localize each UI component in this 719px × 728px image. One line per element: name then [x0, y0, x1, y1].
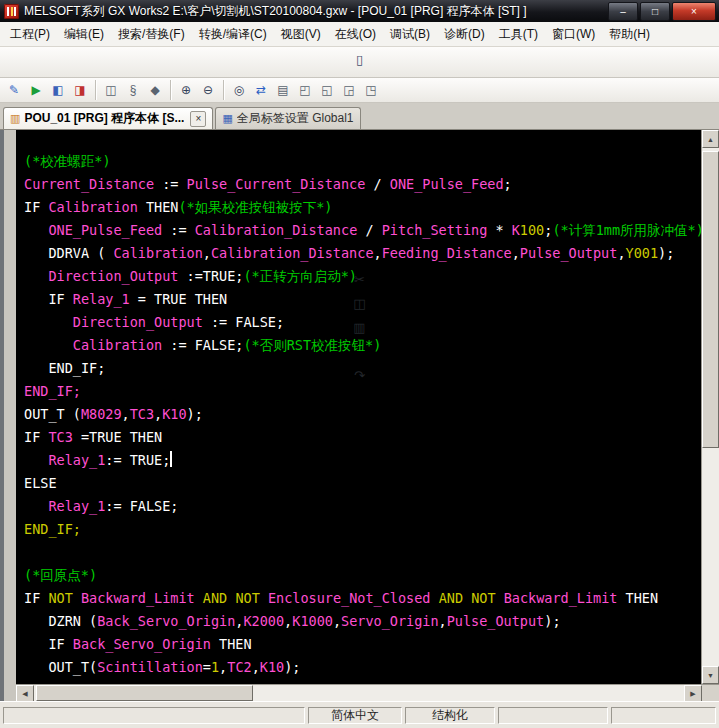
zoom-in-icon: ⊕ [181, 83, 191, 97]
scroll-down-icon[interactable]: ▼ [702, 666, 719, 684]
device-list-icon[interactable]: ▤ [272, 79, 294, 101]
scroll-up-icon[interactable]: ▲ [702, 130, 719, 148]
code-token: / [357, 222, 381, 238]
dock-window-icon[interactable]: ◳ [360, 79, 382, 101]
code-token: K10 [162, 406, 186, 422]
code-line[interactable]: OUT_T (M8029,TC3,K10); [24, 403, 701, 426]
menu-item[interactable]: 在线(O) [328, 22, 383, 47]
redo-icon: ↷ [348, 363, 372, 387]
code-line[interactable]: Relay_1:= FALSE; [24, 495, 701, 518]
menu-item[interactable]: 工程(P) [3, 22, 57, 47]
editor-row: (*校准螺距*)Current_Distance := Pulse_Curren… [0, 130, 719, 684]
code-line[interactable]: ONE_Pulse_Feed := Calibration_Distance /… [24, 219, 701, 242]
tab-close-icon[interactable]: × [190, 111, 206, 127]
code-token: Calibration_Distance [195, 222, 358, 238]
zoom-out-icon[interactable]: ⊖ [197, 79, 219, 101]
menu-item[interactable]: 搜索/替换(F) [111, 22, 192, 47]
code-token: OUT_T ( [24, 406, 81, 422]
code-editor[interactable]: (*校准螺距*)Current_Distance := Pulse_Curren… [16, 130, 701, 684]
redo-icon: ↷ [354, 368, 365, 383]
close-button[interactable]: × [672, 2, 716, 21]
vertical-scrollbar[interactable]: ▲ ▼ [701, 130, 719, 684]
edit-mode-icon[interactable]: ✎ [3, 79, 25, 101]
code-token: (*回原点*) [24, 567, 97, 583]
horizontal-scroll-track[interactable] [34, 685, 684, 701]
code-line[interactable]: OUT_T(Scintillation=1,TC2,K10); [24, 656, 701, 679]
code-line[interactable]: Current_Distance := Pulse_Current_Distan… [24, 173, 701, 196]
monitor-mode-icon[interactable]: ▶ [25, 79, 47, 101]
bottom-left-filler [0, 684, 16, 701]
code-token: NOT [471, 590, 495, 606]
code-token: Y001 [626, 245, 659, 261]
code-token: Pitch_Setting [382, 222, 488, 238]
code-token: Current_Distance [24, 176, 154, 192]
code-line[interactable]: IF NOT Backward_Limit AND NOT Enclosure_… [24, 587, 701, 610]
code-line[interactable]: (*回原点*) [24, 564, 701, 587]
code-token: M8029 [81, 406, 122, 422]
read-mode-icon: ◧ [52, 83, 63, 97]
code-line[interactable]: DDRVA ( Calibration,Calibration_Distance… [24, 242, 701, 265]
menu-item[interactable]: 窗口(W) [545, 22, 602, 47]
code-line[interactable] [24, 541, 701, 564]
code-line[interactable]: Relay_1:= TRUE; [24, 449, 701, 472]
code-token: NOT [48, 590, 72, 606]
read-mode-icon[interactable]: ◧ [47, 79, 69, 101]
code-token: Scintillation [97, 659, 203, 675]
find-icon[interactable]: ◎ [228, 79, 250, 101]
code-token: * [487, 222, 511, 238]
code-token: END_IF; [24, 521, 81, 537]
new-project-icon[interactable]: ▯ [348, 47, 372, 71]
zoom-in-icon[interactable]: ⊕ [175, 79, 197, 101]
tab-label: POU_01 [PRG] 程序本体 [S... [24, 110, 184, 127]
vertical-scroll-thumb[interactable] [702, 151, 719, 448]
code-token: TC2 [227, 659, 251, 675]
tab-bar: ▥POU_01 [PRG] 程序本体 [S...×▦全局标签设置 Global1 [0, 103, 719, 130]
code-line[interactable]: IF Back_Servo_Origin THEN [24, 633, 701, 656]
menu-item[interactable]: 帮助(H) [602, 22, 657, 47]
code-token: ); [284, 659, 300, 675]
code-token: OUT_T( [24, 659, 97, 675]
code-line[interactable]: END_IF; [24, 518, 701, 541]
title-bar: MELSOFT系列 GX Works2 E:\客户\切割机\ST20100804… [0, 0, 719, 22]
code-token: Relay_1 [73, 291, 130, 307]
menu-item[interactable]: 编辑(E) [57, 22, 111, 47]
code-line[interactable]: IF TC3 =TRUE THEN [24, 426, 701, 449]
menu-item[interactable]: 视图(V) [274, 22, 328, 47]
code-line[interactable]: (*校准螺距*) [24, 150, 701, 173]
code-token: AND [203, 590, 227, 606]
comment-display-icon[interactable]: ◫ [100, 79, 122, 101]
cascade-windows-icon[interactable]: ◱ [316, 79, 338, 101]
code-token [463, 590, 471, 606]
note-display-icon[interactable]: ◆ [144, 79, 166, 101]
statement-display-icon[interactable]: § [122, 79, 144, 101]
vertical-scroll-track[interactable] [702, 148, 719, 666]
code-token: Back_Servo_Origin [73, 636, 211, 652]
code-token: 1 [211, 659, 219, 675]
code-token: Pulse_Output [520, 245, 618, 261]
code-line[interactable]: DZRN (Back_Servo_Origin,K2000,K1000,Serv… [24, 610, 701, 633]
code-token: = TRUE THEN [130, 291, 228, 307]
menu-item[interactable]: 调试(B) [383, 22, 437, 47]
code-token: ONE_Pulse_Feed [48, 222, 162, 238]
code-token: , [374, 245, 382, 261]
cross-reference-icon[interactable]: ⇄ [250, 79, 272, 101]
zoom-out-icon: ⊖ [203, 83, 213, 97]
minimize-button[interactable]: – [608, 2, 638, 21]
menu-item[interactable]: 诊断(D) [437, 22, 492, 47]
code-token: :=TRUE; [178, 268, 243, 284]
tab-global-label[interactable]: ▦全局标签设置 Global1 [215, 107, 360, 129]
write-mode-icon[interactable]: ◨ [69, 79, 91, 101]
horizontal-scroll-thumb[interactable] [36, 685, 253, 701]
tile-windows-icon[interactable]: ◲ [338, 79, 360, 101]
code-token: Back_Servo_Origin [97, 613, 235, 629]
maximize-button[interactable]: □ [640, 2, 670, 21]
menu-item[interactable]: 转换/编译(C) [192, 22, 274, 47]
code-line[interactable]: IF Calibration THEN(*如果校准按钮被按下*) [24, 196, 701, 219]
code-line[interactable]: ELSE [24, 472, 701, 495]
tab-pou01-program[interactable]: ▥POU_01 [PRG] 程序本体 [S...× [3, 107, 213, 129]
menu-item[interactable]: 工具(T) [492, 22, 545, 47]
horizontal-scrollbar[interactable]: ◀ ▶ [16, 684, 702, 701]
code-token: , [154, 406, 162, 422]
new-window-icon[interactable]: ◰ [294, 79, 316, 101]
code-token [260, 590, 268, 606]
